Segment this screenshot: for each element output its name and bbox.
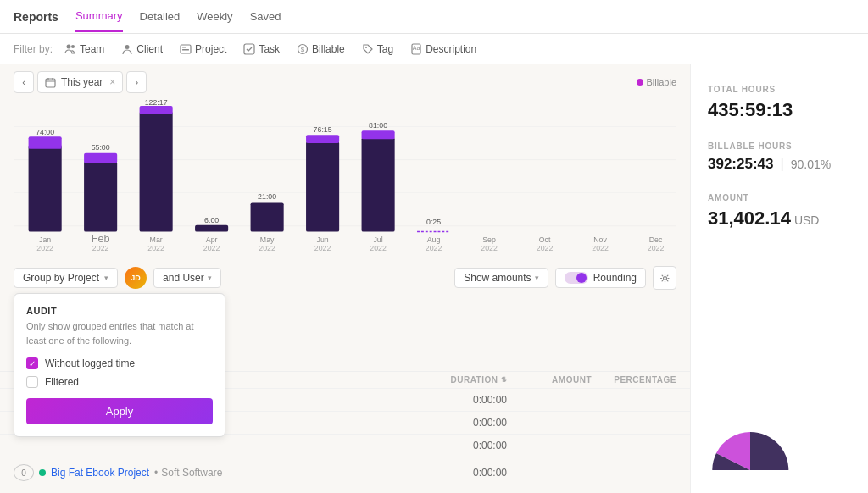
group-by-label: Group by Project [23,272,99,284]
project-client-name: Soft Software [161,467,222,479]
billable-hours-label: BILLABLE HOURS [708,141,851,151]
svg-text:122:17: 122:17 [145,100,168,107]
billable-hours-section: BILLABLE HOURS 392:25:43 | 90.01% [708,141,851,173]
billable-hours-pct: 90.01% [791,158,831,171]
svg-text:21:00: 21:00 [258,192,276,201]
audit-popup: AUDIT Only show grouped entries that mat… [14,293,225,437]
row-number: 0 [14,464,34,481]
project-name-link[interactable]: Big Fat Ebook Project [51,467,149,479]
filter-task[interactable]: Task [238,42,285,57]
svg-rect-4 [182,47,186,48]
svg-text:2022: 2022 [314,244,331,252]
svg-text:2022: 2022 [592,244,609,252]
svg-text:74:00: 74:00 [36,128,54,136]
project-icon [180,43,192,55]
svg-rect-48 [362,137,395,231]
filter-client[interactable]: Client [116,42,168,57]
filtered-label: Filtered [45,376,79,388]
svg-text:2022: 2022 [481,244,498,252]
svg-text:2022: 2022 [147,244,164,252]
svg-rect-12 [46,79,55,87]
filter-team[interactable]: Team [59,42,109,57]
svg-text:Dec: Dec [649,235,663,244]
svg-rect-44 [306,135,339,143]
filtered-checkbox[interactable] [26,376,38,388]
date-navigation: ‹ This year × › [14,71,147,93]
svg-rect-20 [29,145,62,232]
and-user-button[interactable]: and User ▾ [153,268,221,288]
audit-title: AUDIT [26,306,213,316]
svg-text:2022: 2022 [537,244,554,252]
project-duration: 0:00:00 [405,467,507,479]
nav-weekly[interactable]: Weekly [197,2,232,31]
filter-billable[interactable]: $ Billable [292,42,350,57]
svg-text:Nov: Nov [593,235,607,244]
pie-chart [708,428,851,473]
svg-rect-39 [251,202,284,231]
svg-text:Oct: Oct [539,235,551,244]
table-row: 0:00:00 [0,434,690,457]
project-client: • [154,467,158,479]
svg-text:Sep: Sep [482,235,496,244]
billable-dot [637,79,643,86]
show-amounts-button[interactable]: Show amounts ▾ [454,268,548,288]
rounding-toggle [565,272,588,284]
chart-area: 74:00 Jan 2022 55:00 Feb 2022 122:17 Mar… [0,100,690,261]
date-range-pill[interactable]: This year × [37,71,123,93]
chevron-down-icon-2: ▾ [208,274,212,282]
svg-text:0:25: 0:25 [426,218,441,226]
svg-rect-30 [140,112,173,232]
without-logged-time-option[interactable]: ✓ Without logged time [26,357,213,369]
svg-text:2022: 2022 [426,244,442,252]
th-duration[interactable]: DURATION ⇅ [405,375,507,385]
nav-summary[interactable]: Summary [75,1,123,32]
svg-text:Jan: Jan [39,235,51,244]
filtered-option[interactable]: Filtered [26,376,213,388]
svg-point-1 [71,45,75,48]
svg-text:2022: 2022 [203,244,220,252]
group-by-avatar[interactable]: JD [125,267,147,289]
brand-label: Reports [14,10,58,24]
prev-period-button[interactable]: ‹ [14,71,34,93]
svg-rect-6 [244,44,254,54]
total-hours-label: TOTAL HOURS [708,85,851,94]
filter-tag[interactable]: Tag [357,42,398,57]
project-dot [39,469,46,476]
gear-icon [659,273,670,284]
calendar-icon [45,77,56,88]
billable-hours-separator: | [781,157,784,172]
billable-icon: $ [297,43,309,55]
th-amount: AMOUNT [507,375,592,385]
svg-text:76:15: 76:15 [314,125,332,134]
apply-button[interactable]: Apply [26,398,213,424]
svg-rect-31 [140,106,173,114]
svg-text:Mar: Mar [150,235,163,244]
svg-text:Aa: Aa [413,45,420,51]
total-hours-section: TOTAL HOURS 435:59:13 [708,85,851,121]
settings-button[interactable] [653,266,676,290]
tag-icon [362,43,374,55]
date-range-label: This year [61,76,103,88]
project-row[interactable]: 0 Big Fat Ebook Project • Soft Software … [0,457,690,488]
amount-section: AMOUNT 31,402.14 USD [708,193,851,230]
client-icon [121,43,133,55]
next-period-button[interactable]: › [126,71,147,93]
svg-rect-5 [182,49,189,51]
svg-text:2022: 2022 [36,244,53,252]
svg-rect-35 [195,225,228,232]
without-logged-checkbox[interactable]: ✓ [26,357,38,369]
filter-project[interactable]: Project [175,42,231,57]
svg-rect-25 [84,162,117,232]
nav-detailed[interactable]: Detailed [140,2,181,31]
group-by-button[interactable]: Group by Project ▾ [14,268,118,288]
filter-label: Filter by: [14,43,53,55]
total-hours-value: 435:59:13 [708,99,851,121]
clear-date-button[interactable]: × [109,76,115,88]
svg-rect-26 [84,153,117,163]
nav-saved[interactable]: Saved [250,2,281,31]
audit-description: Only show grouped entries that match at … [26,319,213,347]
task-icon [243,43,255,55]
svg-rect-43 [306,141,339,232]
rounding-button[interactable]: Rounding [555,268,646,288]
filter-description[interactable]: Aa Description [405,42,481,57]
